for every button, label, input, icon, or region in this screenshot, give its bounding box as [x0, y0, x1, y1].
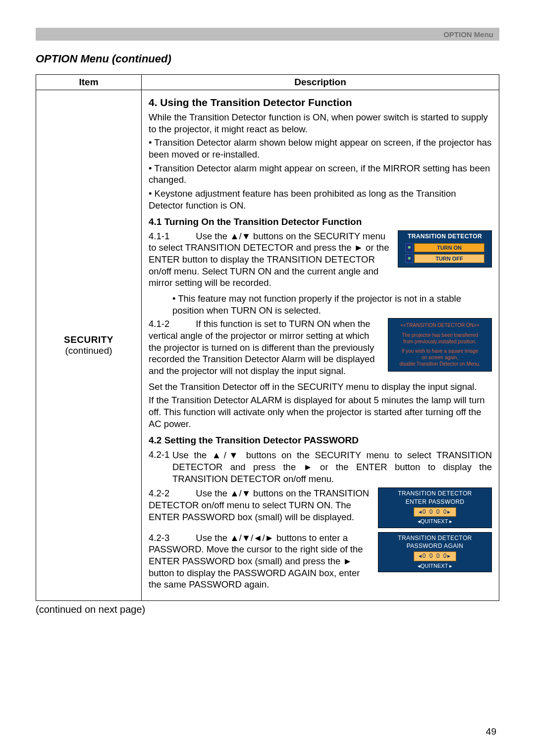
continued-note: (continued on next page)	[36, 604, 499, 615]
step-note: • This feature may not function properly…	[172, 293, 492, 316]
osd-password-digits: ◂0 0 0 0▸	[414, 507, 456, 517]
step-body: If this function is set to TURN ON when …	[149, 319, 375, 376]
step-number: 4.1-1	[149, 231, 169, 241]
heading-4-1: 4.1 Turning On the Transition Detector F…	[149, 216, 492, 228]
osd-title-line1: TRANSITION DETECTOR	[398, 490, 472, 497]
osd-enter-password: TRANSITION DETECTOR ENTER PASSWORD ◂0 0 …	[378, 487, 492, 528]
heading-4: 4. Using the Transition Detector Functio…	[149, 96, 492, 109]
step-body: Use the ▲/▼ buttons on the TRANSITION DE…	[149, 488, 369, 522]
step-4-2-3: 4.2-3 Use the ▲/▼/◄/► buttons to enter a…	[149, 532, 492, 591]
osd-line: If you wish to have a square image	[402, 348, 479, 354]
osd-next: NEXT ▸	[433, 562, 452, 569]
para: • Transition Detector alarm might appear…	[149, 162, 492, 186]
osd-password-digits: ◂0 0 0 0▸	[414, 551, 456, 561]
step-number: 4.2-1	[149, 449, 169, 460]
osd-transition-detector-menu: TRANSITION DETECTOR ■ TURN ON ■ TURN OFF	[398, 230, 492, 268]
step-number: 4.1-2	[149, 319, 169, 329]
item-sub: (continued)	[37, 345, 141, 356]
osd-turn-off: TURN OFF	[414, 254, 484, 263]
para: While the Transition Detector function i…	[149, 111, 492, 135]
osd-line: The projector has been transferred	[402, 332, 478, 338]
section-title: OPTION Menu (continued)	[36, 53, 499, 65]
para: Set the Transition Detector off in the S…	[149, 381, 492, 393]
step-body: Use the ▲/▼ buttons on the SECURITY menu…	[172, 449, 492, 485]
para: • Keystone adjustment feature has been p…	[149, 188, 492, 211]
header-strip-label: OPTION Menu	[443, 30, 493, 39]
osd-transition-detector-alarm: <<TRANSITION DETECTOR ON>> The projector…	[388, 318, 492, 372]
osd-password-again: TRANSITION DETECTOR PASSWORD AGAIN ◂0 0 …	[378, 532, 492, 572]
osd-next: NEXT ▸	[433, 518, 452, 525]
step-4-2-2: 4.2-2 Use the ▲/▼ buttons on the TRANSIT…	[149, 487, 492, 528]
col-item-header: Item	[36, 75, 142, 90]
osd-title: TRANSITION DETECTOR	[408, 233, 482, 240]
osd-title-line2: ENTER PASSWORD	[406, 498, 465, 505]
option-table: Item Description SECURITY (continued) 4.…	[36, 74, 499, 601]
col-desc-header: Description	[142, 75, 499, 90]
step-number: 4.2-3	[149, 533, 169, 543]
heading-4-2: 4.2 Setting the Transition Detector PASS…	[149, 434, 492, 446]
bullet-icon: ■	[405, 243, 413, 252]
osd-quit: ◂QUIT	[418, 518, 433, 525]
item-cell: SECURITY (continued)	[36, 90, 142, 601]
step-4-1-1: 4.1-1 Use the ▲/▼ buttons on the SECURIT…	[149, 230, 492, 289]
osd-line: on screen again,	[422, 354, 458, 361]
para: • Transition Detector alarm shown below …	[149, 137, 492, 160]
osd-alarm-header: <<TRANSITION DETECTOR ON>>	[400, 323, 479, 329]
step-4-1-2: 4.1-2 If this function is set to TURN ON…	[149, 318, 492, 377]
para: If the Transition Detector ALARM is disp…	[149, 394, 492, 430]
osd-title-line1: TRANSITION DETECTOR	[398, 535, 472, 541]
osd-line: disable Transition Detector on Menu.	[400, 361, 481, 367]
page-number: 49	[486, 726, 496, 737]
osd-line: from previously installed position.	[403, 338, 476, 345]
description-cell: 4. Using the Transition Detector Functio…	[142, 90, 499, 601]
bullet-icon: ■	[405, 254, 413, 263]
item-name: SECURITY	[37, 334, 141, 345]
osd-title-line2: PASSWORD AGAIN	[407, 542, 464, 549]
step-number: 4.2-2	[149, 488, 169, 498]
osd-quit: ◂QUIT	[418, 562, 433, 569]
step-4-2-1: 4.2-1 Use the ▲/▼ buttons on the SECURIT…	[149, 449, 492, 485]
header-strip: OPTION Menu	[36, 28, 499, 41]
step-body: Use the ▲/▼/◄/► buttons to enter a PASSW…	[149, 533, 363, 590]
osd-turn-on: TURN ON	[414, 243, 484, 252]
step-body: Use the ▲/▼ buttons on the SECURITY menu…	[149, 231, 389, 288]
